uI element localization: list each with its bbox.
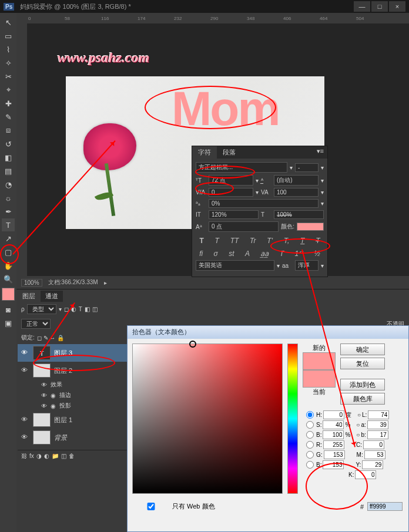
dodge-tool-icon[interactable]: ☼ bbox=[2, 191, 15, 204]
hscale-field[interactable]: 100% bbox=[274, 210, 324, 219]
color-label: 颜色: bbox=[281, 223, 294, 231]
br-field[interactable] bbox=[323, 430, 344, 439]
fx-icon[interactable]: fx bbox=[29, 453, 34, 459]
path-tool-icon[interactable]: ↗ bbox=[2, 232, 15, 245]
layer-name[interactable]: 图层 3 bbox=[54, 349, 72, 358]
quickmask-icon[interactable]: ◙ bbox=[2, 303, 15, 316]
s-radio[interactable] bbox=[306, 421, 314, 429]
status-bar: 100% 文档:366.2K/3.33M ▸ bbox=[16, 276, 409, 289]
tracking-field[interactable]: 100 bbox=[274, 188, 319, 197]
c-field[interactable] bbox=[363, 440, 384, 449]
trash-icon[interactable]: 🗑 bbox=[69, 453, 75, 459]
y-field[interactable] bbox=[362, 460, 383, 469]
b2-field[interactable] bbox=[367, 430, 388, 439]
current-color-swatch bbox=[303, 370, 336, 388]
l-field[interactable] bbox=[368, 410, 389, 419]
b-radio[interactable] bbox=[306, 431, 314, 439]
h-radio[interactable] bbox=[306, 411, 314, 419]
picker-title: 拾色器（文本颜色） bbox=[128, 326, 408, 339]
visibility-icon[interactable]: 👁 bbox=[21, 366, 29, 375]
eraser-tool-icon[interactable]: ◧ bbox=[2, 151, 15, 164]
history-brush-tool-icon[interactable]: ↺ bbox=[2, 137, 15, 150]
add-swatch-button[interactable]: 添加到色 bbox=[340, 379, 385, 390]
lasso-tool-icon[interactable]: ⌇ bbox=[2, 43, 15, 56]
m-field[interactable] bbox=[364, 450, 385, 459]
screenmode-icon[interactable]: ▣ bbox=[2, 316, 15, 329]
language-select[interactable]: 美国英语 bbox=[196, 260, 274, 271]
k-field[interactable] bbox=[355, 470, 376, 479]
visibility-icon[interactable]: 👁 bbox=[21, 416, 29, 424]
a-field[interactable] bbox=[367, 420, 388, 429]
current-label: 当前 bbox=[313, 388, 326, 396]
tab-layers[interactable]: 图层 bbox=[18, 291, 40, 302]
blur-tool-icon[interactable]: ◔ bbox=[2, 178, 15, 191]
close-button[interactable]: × bbox=[389, 1, 405, 12]
panel-menu-icon[interactable]: ▾≡ bbox=[313, 146, 327, 159]
shape-tool-icon[interactable]: ▢ bbox=[2, 245, 15, 258]
minimize-button[interactable]: — bbox=[354, 1, 370, 12]
mom-text[interactable]: Mom bbox=[172, 81, 279, 136]
text-style-buttons[interactable]: TTTTTrT'T,TT bbox=[196, 234, 324, 247]
layer-kind-select[interactable]: 类型 bbox=[27, 304, 56, 314]
zoom-level[interactable]: 100% bbox=[21, 279, 42, 287]
pen-tool-icon[interactable]: ✒ bbox=[2, 205, 15, 218]
move-tool-icon[interactable]: ↖ bbox=[2, 16, 15, 29]
r-field[interactable] bbox=[323, 440, 344, 449]
visibility-icon[interactable]: 👁 bbox=[21, 349, 29, 357]
baseline-field[interactable]: 0 点 bbox=[209, 221, 279, 232]
color-picker-dialog[interactable]: 拾色器（文本颜色） 新的 当前 确定 复位 添加到色 颜色库 bbox=[127, 325, 409, 532]
vscale-field[interactable]: 120% bbox=[209, 210, 259, 219]
text-color-swatch[interactable] bbox=[297, 223, 324, 231]
gradient-tool-icon[interactable]: ▤ bbox=[2, 164, 15, 177]
hex-field[interactable] bbox=[367, 502, 403, 511]
g-field[interactable] bbox=[324, 450, 345, 459]
hue-slider[interactable] bbox=[287, 344, 298, 494]
tab-character[interactable]: 字符 bbox=[192, 146, 217, 159]
layer-name[interactable]: 背景 bbox=[54, 433, 67, 442]
eyedropper-tool-icon[interactable]: ⌖ bbox=[2, 83, 15, 96]
g-radio[interactable] bbox=[306, 451, 314, 459]
wand-tool-icon[interactable]: ✧ bbox=[2, 56, 15, 69]
zoom-tool-icon[interactable]: 🔍 bbox=[2, 272, 15, 285]
stamp-tool-icon[interactable]: ⧇ bbox=[2, 124, 15, 137]
mask-icon[interactable]: ◑ bbox=[36, 453, 42, 459]
brush-tool-icon[interactable]: ✎ bbox=[2, 110, 15, 123]
heal-tool-icon[interactable]: ✚ bbox=[2, 97, 15, 110]
marquee-tool-icon[interactable]: ▭ bbox=[2, 29, 15, 42]
scale-field[interactable]: 0% bbox=[209, 199, 319, 208]
leading-field[interactable]: (自动) bbox=[274, 175, 319, 186]
font-style-select[interactable]: - bbox=[295, 163, 319, 172]
font-size-field[interactable]: 72 点 bbox=[209, 175, 253, 186]
layer-thumb bbox=[33, 430, 51, 445]
visibility-icon[interactable]: 👁 bbox=[21, 433, 29, 442]
tab-paragraph[interactable]: 段落 bbox=[217, 146, 242, 159]
ok-button[interactable]: 确定 bbox=[340, 344, 385, 355]
adjust-icon[interactable]: ◐ bbox=[44, 453, 49, 459]
layer-name[interactable]: 图层 2 bbox=[54, 366, 72, 375]
link-icon[interactable]: ⛓ bbox=[21, 453, 27, 459]
color-lib-button[interactable]: 颜色库 bbox=[340, 393, 385, 405]
font-family-select[interactable]: 方正超粗黑... bbox=[196, 162, 287, 173]
new-layer-icon[interactable]: ◫ bbox=[61, 453, 66, 459]
s-field[interactable] bbox=[323, 420, 344, 429]
folder-icon[interactable]: 📁 bbox=[52, 453, 59, 459]
web-only-checkbox[interactable] bbox=[133, 503, 169, 510]
kerning-field[interactable]: 0 bbox=[209, 188, 253, 197]
hand-tool-icon[interactable]: ✋ bbox=[2, 259, 15, 272]
layer-name[interactable]: 图层 1 bbox=[54, 416, 72, 425]
character-panel[interactable]: 字符 段落 ▾≡ 方正超粗黑...▾ -▾ ᵀT72 点▾ ᴬ̲(自动)▾ V/… bbox=[192, 146, 328, 277]
doc-size: 文档:366.2K/3.33M bbox=[48, 278, 98, 287]
blend-mode-select[interactable]: 正常 bbox=[21, 319, 51, 329]
crop-tool-icon[interactable]: ✂ bbox=[2, 70, 15, 83]
foreground-color-swatch[interactable] bbox=[2, 288, 15, 301]
h-field[interactable] bbox=[323, 410, 344, 419]
maximize-button[interactable]: □ bbox=[371, 1, 388, 12]
r-radio[interactable] bbox=[306, 441, 314, 449]
color-field[interactable] bbox=[132, 344, 283, 494]
bb-field[interactable] bbox=[323, 460, 344, 469]
cancel-button[interactable]: 复位 bbox=[340, 358, 385, 369]
bb-radio[interactable] bbox=[306, 461, 314, 469]
tools-panel: ↖ ▭ ⌇ ✧ ✂ ⌖ ✚ ✎ ⧇ ↺ ◧ ▤ ◔ ☼ ✒ T ↗ ▢ ✋ 🔍 … bbox=[0, 13, 16, 532]
tab-channels[interactable]: 通道 bbox=[41, 291, 63, 302]
type-tool-icon[interactable]: T bbox=[2, 218, 15, 231]
